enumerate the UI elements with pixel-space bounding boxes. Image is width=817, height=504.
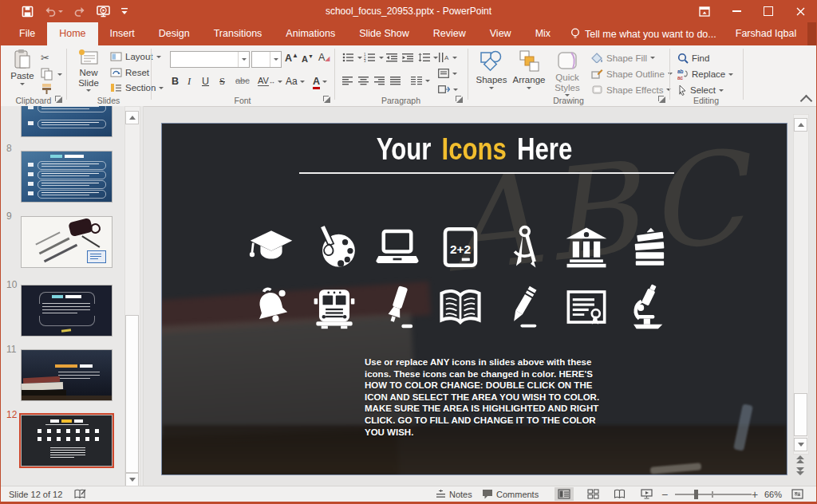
text-direction-button[interactable]: A <box>438 53 457 62</box>
share-button[interactable]: Share <box>807 22 817 45</box>
start-from-beginning-button[interactable] <box>97 5 110 18</box>
bell-icon[interactable] <box>248 284 294 330</box>
slide-scroll-up-button[interactable] <box>794 118 807 132</box>
drafting-compass-icon[interactable] <box>500 224 547 270</box>
next-slide-button[interactable] <box>795 467 805 476</box>
shape-outline-button[interactable]: Shape Outline <box>591 69 673 79</box>
thumbnail-slide-9[interactable] <box>21 216 112 268</box>
new-slide-button[interactable]: New Slide <box>71 49 106 92</box>
thumbnail-slide-8[interactable] <box>21 151 112 203</box>
books-stack-icon[interactable] <box>626 224 673 270</box>
school-bus-icon[interactable] <box>311 284 357 330</box>
zoom-slider-handle[interactable] <box>694 490 698 499</box>
ribbon-display-options-button[interactable] <box>689 0 720 22</box>
slide-title[interactable]: YourIconsHere <box>218 132 730 167</box>
tab-slide-show[interactable]: Slide Show <box>347 22 421 45</box>
undo-button[interactable] <box>44 6 63 17</box>
slide-indicator[interactable]: Slide 12 of 12 <box>9 486 62 502</box>
minimize-button[interactable] <box>720 0 752 22</box>
fit-slide-to-window-button[interactable] <box>791 486 803 502</box>
tab-file[interactable]: File <box>7 22 47 45</box>
italic-button[interactable]: I <box>187 76 191 88</box>
thumbnail-scroll-up-button[interactable] <box>125 111 139 124</box>
redo-button[interactable] <box>73 6 86 17</box>
slide-canvas[interactable]: ABC YourIconsHere 2+2 <box>161 123 787 475</box>
zoom-level[interactable]: 66% <box>764 486 782 502</box>
drawing-dialog-launcher[interactable] <box>658 96 666 104</box>
save-button[interactable] <box>22 6 34 18</box>
tab-transitions[interactable]: Transitions <box>202 22 274 45</box>
align-left-button[interactable] <box>342 76 353 85</box>
shapes-button[interactable]: Shapes <box>475 50 508 89</box>
line-spacing-button[interactable] <box>418 53 438 62</box>
tab-mix[interactable]: Mix <box>523 22 562 45</box>
font-color-button[interactable]: A <box>313 76 327 87</box>
decrease-font-size-button[interactable]: A▼ <box>302 53 314 64</box>
arrange-button[interactable]: Arrange <box>512 50 546 89</box>
slide-show-button[interactable] <box>637 487 656 501</box>
decrease-indent-button[interactable] <box>386 53 397 62</box>
spell-check-button[interactable] <box>74 486 86 502</box>
marker-icon[interactable] <box>374 284 420 330</box>
section-button[interactable]: Section <box>110 83 164 93</box>
text-shadow-button[interactable]: abc <box>235 76 250 85</box>
tab-insert[interactable]: Insert <box>98 22 147 45</box>
shape-fill-button[interactable]: Shape Fill <box>591 53 655 63</box>
bullets-button[interactable] <box>342 53 362 62</box>
thumbnail-slide-10[interactable] <box>21 285 112 337</box>
format-painter-button[interactable] <box>41 83 53 96</box>
shape-effects-button[interactable]: Shape Effects <box>591 85 671 95</box>
justify-button[interactable] <box>390 76 401 85</box>
select-button[interactable]: Select <box>677 85 724 96</box>
previous-slide-button[interactable] <box>795 455 805 464</box>
zoom-slider-track[interactable] <box>675 494 752 495</box>
pencil-icon[interactable] <box>500 284 547 330</box>
tab-animations[interactable]: Animations <box>274 22 347 45</box>
underline-button[interactable]: U <box>202 76 209 87</box>
collapse-ribbon-chevron[interactable] <box>800 95 813 108</box>
reading-view-button[interactable] <box>610 487 629 501</box>
graduation-cap-icon[interactable] <box>248 224 294 270</box>
laptop-icon[interactable] <box>374 224 420 270</box>
align-right-button[interactable] <box>374 76 385 85</box>
thumbnail-slide-12-selected[interactable] <box>21 415 112 467</box>
font-name-combo[interactable] <box>170 51 250 68</box>
tab-home[interactable]: Home <box>47 22 97 45</box>
copy-button[interactable] <box>41 68 62 81</box>
art-palette-icon[interactable] <box>311 224 357 270</box>
numbering-button[interactable]: 123 <box>364 53 384 62</box>
font-size-combo[interactable] <box>251 51 282 68</box>
replace-button[interactable]: abacReplace <box>677 69 733 80</box>
tab-review[interactable]: Review <box>421 22 478 45</box>
zoom-out-button[interactable]: − <box>661 486 668 502</box>
strikethrough-button[interactable]: S <box>219 76 225 88</box>
font-dialog-launcher[interactable] <box>323 96 331 104</box>
clear-formatting-button[interactable]: A◢ <box>318 52 330 63</box>
normal-view-button[interactable] <box>555 487 574 501</box>
signed-in-user[interactable]: Farshad Iqbal <box>724 22 807 45</box>
close-button[interactable] <box>784 0 816 22</box>
comments-button[interactable]: Comments <box>482 486 539 502</box>
maximize-button[interactable] <box>752 0 784 22</box>
bold-button[interactable]: B <box>172 76 179 87</box>
slide-body-text[interactable]: Use or replace ANY icons in slides above… <box>365 356 601 438</box>
quick-styles-button[interactable]: Quick Styles <box>549 50 586 96</box>
slide-sorter-view-button[interactable] <box>583 487 602 501</box>
columns-button[interactable] <box>411 76 430 85</box>
convert-to-smartart-button[interactable] <box>438 85 458 94</box>
open-book-icon[interactable] <box>437 284 483 330</box>
increase-font-size-button[interactable]: A▲ <box>285 52 298 64</box>
thumbnail-scrollbar-thumb[interactable] <box>125 315 139 473</box>
align-center-button[interactable] <box>358 76 369 85</box>
thumbnail-slide-11[interactable] <box>21 349 112 401</box>
layout-button[interactable]: Layout <box>110 52 161 61</box>
certificate-icon[interactable] <box>563 284 610 330</box>
chalkboard-icon[interactable]: 2+2 <box>437 224 483 270</box>
paste-button[interactable]: Paste <box>7 49 37 85</box>
character-spacing-button[interactable]: AV↔ <box>258 76 282 85</box>
tab-design[interactable]: Design <box>147 22 202 45</box>
thumbnail-slide-7[interactable] <box>21 106 112 137</box>
change-case-button[interactable]: Aa <box>286 76 305 87</box>
paragraph-dialog-launcher[interactable] <box>456 96 464 104</box>
slide-scrollbar-thumb[interactable] <box>794 393 807 436</box>
